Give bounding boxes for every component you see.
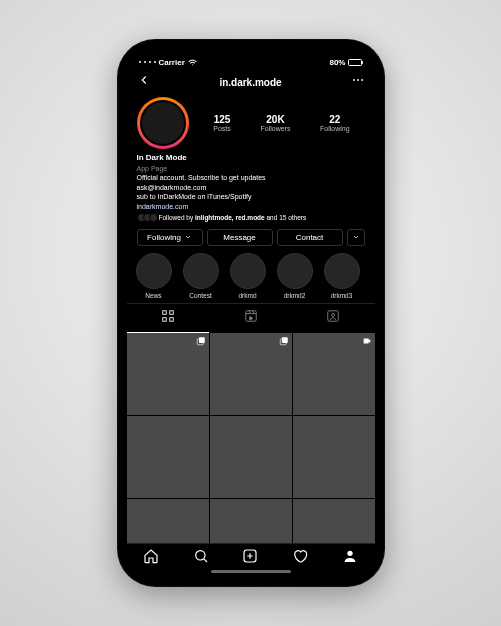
svg-point-19 xyxy=(347,550,352,555)
heart-icon xyxy=(292,548,308,564)
grid-icon xyxy=(161,309,175,323)
video-icon xyxy=(362,336,372,346)
phone-frame: Carrier 10:22 80% in.dark.mode xyxy=(117,39,385,587)
carrier-label: Carrier xyxy=(159,58,185,67)
stat-posts[interactable]: 125 Posts xyxy=(213,114,231,132)
carousel-icon xyxy=(279,336,289,346)
followed-by[interactable]: Followed by inlightmode, red.mode and 15… xyxy=(127,211,375,226)
profile-icon xyxy=(342,548,358,564)
message-button[interactable]: Message xyxy=(207,229,273,246)
post-thumbnail[interactable] xyxy=(127,416,209,498)
header-bar: in.dark.mode xyxy=(127,71,375,95)
avatar[interactable] xyxy=(137,97,189,149)
svg-rect-3 xyxy=(163,311,167,315)
bio-block: In Dark Mode App Page Official account. … xyxy=(127,153,375,211)
post-thumbnail[interactable] xyxy=(127,499,209,543)
screen: Carrier 10:22 80% in.dark.mode xyxy=(127,49,375,577)
highlight-item[interactable]: Contest xyxy=(180,253,222,299)
highlight-label: Contest xyxy=(180,292,222,299)
highlights-row: News Contest drkmd drkmd2 drkmd3 xyxy=(127,249,375,303)
followed-by-prefix: Followed by xyxy=(159,214,196,221)
nav-activity[interactable] xyxy=(292,548,308,568)
nav-search[interactable] xyxy=(193,548,209,568)
svg-line-15 xyxy=(204,558,207,561)
profile-summary: 125 Posts 20K Followers 22 Following xyxy=(127,95,375,153)
tab-grid[interactable] xyxy=(127,304,210,333)
followers-label: Followers xyxy=(260,125,290,132)
highlight-label: News xyxy=(133,292,175,299)
contact-button[interactable]: Contact xyxy=(277,229,343,246)
post-thumbnail[interactable] xyxy=(293,499,375,543)
following-label: Following xyxy=(147,233,181,242)
highlight-item[interactable]: drkmd3 xyxy=(321,253,363,299)
posts-grid xyxy=(127,333,375,543)
svg-rect-5 xyxy=(163,318,167,322)
following-button[interactable]: Following xyxy=(137,229,203,246)
bio-link[interactable]: indarkmode.com xyxy=(137,202,365,211)
highlight-label: drkmd xyxy=(227,292,269,299)
svg-point-1 xyxy=(357,79,359,81)
action-row: Following Message Contact xyxy=(127,226,375,249)
svg-point-2 xyxy=(361,79,363,81)
svg-rect-4 xyxy=(170,311,174,315)
stat-following[interactable]: 22 Following xyxy=(320,114,350,132)
bio-line: ask@indarkmode.com xyxy=(137,183,365,192)
search-icon xyxy=(193,548,209,564)
more-button[interactable] xyxy=(351,73,365,91)
highlight-item[interactable]: drkmd xyxy=(227,253,269,299)
followed-by-suffix: and 15 others xyxy=(265,214,307,221)
highlight-item[interactable]: drkmd2 xyxy=(274,253,316,299)
following-label: Following xyxy=(320,125,350,132)
reels-icon xyxy=(244,309,258,323)
plus-icon xyxy=(242,548,258,564)
mini-avatars xyxy=(137,213,155,222)
battery-pct: 80% xyxy=(329,58,345,67)
svg-rect-10 xyxy=(198,337,204,343)
post-thumbnail[interactable] xyxy=(210,416,292,498)
tagged-icon xyxy=(326,309,340,323)
message-label: Message xyxy=(223,233,255,242)
highlight-label: drkmd3 xyxy=(321,292,363,299)
tab-tagged[interactable] xyxy=(292,304,375,333)
carousel-icon xyxy=(196,336,206,346)
highlight-item[interactable]: News xyxy=(133,253,175,299)
post-thumbnail[interactable] xyxy=(293,416,375,498)
notch xyxy=(196,49,306,67)
svg-rect-12 xyxy=(281,337,287,343)
followers-count: 20K xyxy=(260,114,290,125)
svg-point-14 xyxy=(196,550,205,559)
category: App Page xyxy=(137,164,365,173)
back-button[interactable] xyxy=(137,73,151,91)
chevron-down-icon xyxy=(184,233,192,241)
battery-icon xyxy=(348,59,362,66)
nav-profile[interactable] xyxy=(342,548,358,568)
svg-point-0 xyxy=(352,79,354,81)
posts-count: 125 xyxy=(213,114,231,125)
post-thumbnail[interactable] xyxy=(210,499,292,543)
home-icon xyxy=(143,548,159,564)
contact-label: Contact xyxy=(296,233,324,242)
bio-line: sub to InDarkMode on iTunes/Spotify xyxy=(137,192,365,201)
nav-home[interactable] xyxy=(143,548,159,568)
chevron-down-icon xyxy=(352,233,360,241)
stat-followers[interactable]: 20K Followers xyxy=(260,114,290,132)
followed-by-names: inlightmode, red.mode xyxy=(195,214,265,221)
nav-create[interactable] xyxy=(242,548,258,568)
post-thumbnail[interactable] xyxy=(210,333,292,415)
posts-label: Posts xyxy=(213,125,231,132)
page-title: in.dark.mode xyxy=(219,77,281,88)
svg-rect-6 xyxy=(170,318,174,322)
svg-point-9 xyxy=(332,313,335,316)
suggest-button[interactable] xyxy=(347,229,365,246)
tab-video[interactable] xyxy=(209,304,292,333)
following-count: 22 xyxy=(320,114,350,125)
post-thumbnail[interactable] xyxy=(293,333,375,415)
bio-line: Official account. Subscribe to get updat… xyxy=(137,173,365,182)
post-thumbnail[interactable] xyxy=(127,333,209,415)
highlight-label: drkmd2 xyxy=(274,292,316,299)
display-name: In Dark Mode xyxy=(137,153,365,164)
home-indicator xyxy=(211,570,291,573)
content-tabs xyxy=(127,303,375,333)
